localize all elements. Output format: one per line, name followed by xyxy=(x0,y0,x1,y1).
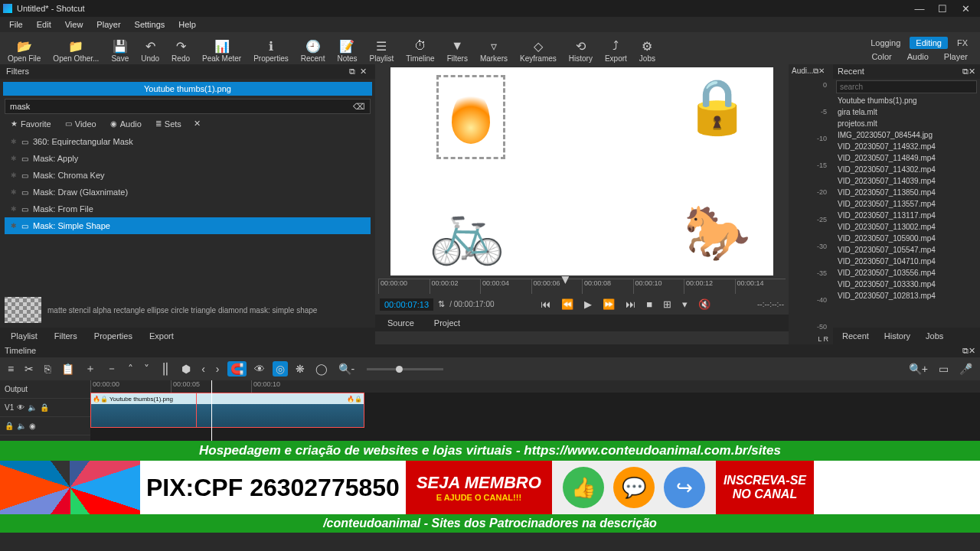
tab-properties[interactable]: Properties xyxy=(87,329,140,343)
recent-item[interactable]: VID_20230507_104710.mp4 xyxy=(833,256,980,267)
skip-start-button[interactable]: ⏮ xyxy=(537,297,554,311)
filter-cat-sets[interactable]: ≣Sets xyxy=(149,118,188,130)
menu-view[interactable]: View xyxy=(59,18,90,31)
tool-peak-meter[interactable]: 📊Peak Meter xyxy=(196,37,247,64)
filter-search-input[interactable] xyxy=(5,99,348,113)
recent-close-icon[interactable]: ✕ xyxy=(969,67,975,77)
tool-jobs[interactable]: ⚙Jobs xyxy=(633,37,662,64)
grid-button[interactable]: ⊞ xyxy=(660,297,675,311)
recent-tab-jobs[interactable]: Jobs xyxy=(918,329,951,343)
recent-item[interactable]: gira tela.mlt xyxy=(833,106,980,118)
lift-button[interactable]: ˄ xyxy=(125,361,136,377)
menu-file[interactable]: File xyxy=(3,18,29,31)
track-fx-icon[interactable]: ◉ xyxy=(29,422,36,430)
split-button[interactable]: ⎥⎢ xyxy=(157,361,174,377)
zoom-slider[interactable] xyxy=(367,368,443,370)
remove-button[interactable]: － xyxy=(103,360,120,377)
recent-item[interactable]: projetos.mlt xyxy=(833,118,980,129)
prev-marker-button[interactable]: ‹ xyxy=(198,361,208,377)
timeline-close-icon[interactable]: ✕ xyxy=(969,346,975,356)
zoom-fit-button[interactable]: ▭ xyxy=(936,361,952,377)
ripple-all-button[interactable]: ❋ xyxy=(292,361,308,377)
mode-color[interactable]: Color xyxy=(865,51,897,63)
track-mute2-icon[interactable]: 🔈 xyxy=(17,422,26,430)
menu-help[interactable]: Help xyxy=(172,18,202,31)
recent-item[interactable]: VID_20230507_103556.mp4 xyxy=(833,267,980,279)
menu-player[interactable]: Player xyxy=(90,18,126,31)
tab-playlist[interactable]: Playlist xyxy=(3,329,45,343)
play-button[interactable]: ▶ xyxy=(581,297,595,311)
menu-settings[interactable]: Settings xyxy=(129,18,172,31)
recent-item[interactable]: VID_20230507_114932.mp4 xyxy=(833,141,980,152)
next-marker-button[interactable]: › xyxy=(213,361,223,377)
recent-item[interactable]: VID_20230507_105547.mp4 xyxy=(833,244,980,256)
tool-export[interactable]: ⤴Export xyxy=(599,37,633,64)
recent-item[interactable]: IMG_20230507_084544.jpg xyxy=(833,129,980,141)
clear-search-icon[interactable]: ⌫ xyxy=(348,102,370,112)
mode-audio[interactable]: Audio xyxy=(901,51,935,63)
tool-properties[interactable]: ℹProperties xyxy=(247,37,295,64)
panel-detach-icon[interactable]: ⧉ xyxy=(347,67,358,77)
zoom-dropdown-icon[interactable]: ▾ xyxy=(679,297,691,311)
tool-history[interactable]: ⟲History xyxy=(563,37,599,64)
timeline-menu-button[interactable]: ≡ xyxy=(5,361,17,377)
timeline-playhead[interactable] xyxy=(211,380,212,441)
cut-button[interactable]: ✂ xyxy=(21,361,37,377)
mute-button[interactable]: 🔇 xyxy=(695,297,714,311)
recent-item[interactable]: VID_20230507_113117.mp4 xyxy=(833,210,980,221)
mode-logging[interactable]: Logging xyxy=(864,37,906,49)
tool-playlist[interactable]: ☰Playlist xyxy=(364,37,400,64)
recent-item[interactable]: VID_20230507_113557.mp4 xyxy=(833,198,980,210)
copy-button[interactable]: ⎘ xyxy=(41,361,54,377)
tool-timeline[interactable]: ⏱Timeline xyxy=(400,37,440,64)
record-audio-button[interactable]: 🎤 xyxy=(956,361,975,377)
recent-item[interactable]: VID_20230507_105900.mp4 xyxy=(833,233,980,244)
close-button[interactable]: ✕ xyxy=(954,3,977,15)
tab-export[interactable]: Export xyxy=(142,329,181,343)
tab-filters[interactable]: Filters xyxy=(47,329,85,343)
tool-markers[interactable]: ▿Markers xyxy=(474,37,514,64)
minimize-button[interactable]: — xyxy=(908,3,931,15)
player-tab-project[interactable]: Project xyxy=(425,316,469,330)
filter-item[interactable]: ✱▭Mask: Draw (Glaxnimate) xyxy=(5,184,371,201)
preview-canvas[interactable]: 🔒 🚲 🐎 xyxy=(390,67,773,276)
v1-track-header[interactable]: V1 👁 🔈 🔒 xyxy=(0,399,90,417)
ripple-button[interactable]: ◎ xyxy=(273,361,288,377)
filter-item[interactable]: ✱▭Mask: Apply xyxy=(5,150,371,167)
paste-button[interactable]: 📋 xyxy=(58,361,77,377)
recent-item[interactable]: VID_20230507_113850.mp4 xyxy=(833,187,980,198)
track-visible-icon[interactable]: 👁 xyxy=(17,403,24,412)
timecode-display[interactable]: 00:00:07:13 xyxy=(380,298,433,311)
player-ruler[interactable]: 00:00:0000:00:0200:00:0400:00:0600:00:08… xyxy=(378,279,786,294)
recent-item[interactable]: VID_20230507_114302.mp4 xyxy=(833,164,980,175)
skip-end-button[interactable]: ⏭ xyxy=(622,297,639,311)
zoom-in-button[interactable]: 🔍+ xyxy=(906,361,931,377)
filter-cat-video[interactable]: ▭Video xyxy=(59,118,103,130)
scrub-button[interactable]: 👁 xyxy=(251,361,268,377)
panel-close-icon[interactable]: ✕ xyxy=(358,67,369,77)
timeline-clip[interactable]: 🔥🔒Youtube thumbs(1).png xyxy=(90,393,198,428)
mode-fx[interactable]: FX xyxy=(951,37,974,49)
recent-item[interactable]: VID_20230507_103330.mp4 xyxy=(833,279,980,290)
tool-notes[interactable]: 📝Notes xyxy=(331,37,363,64)
timecode-spinner-icon[interactable]: ⇅ xyxy=(438,299,445,309)
maximize-button[interactable]: ☐ xyxy=(931,3,954,15)
timeline-detach-icon[interactable]: ⧉ xyxy=(962,346,969,356)
filter-item[interactable]: ✱▭360: Equirectangular Mask xyxy=(5,133,371,150)
filter-cat-audio[interactable]: ◉Audio xyxy=(104,118,148,130)
rewind-button[interactable]: ⏪ xyxy=(558,297,577,311)
recent-item[interactable]: VID_20230507_114849.mp4 xyxy=(833,152,980,164)
player-tab-source[interactable]: Source xyxy=(378,316,423,330)
mode-player[interactable]: Player xyxy=(938,51,974,63)
tool-filters[interactable]: ▼Filters xyxy=(441,37,474,64)
audio-detach-icon[interactable]: ⧉ xyxy=(813,67,818,76)
mode-editing[interactable]: Editing xyxy=(910,37,948,49)
track-lock2-icon[interactable]: 🔒 xyxy=(5,422,14,430)
filter-cat-favorite[interactable]: ★Favorite xyxy=(5,118,57,130)
track-lock-icon[interactable]: 🔒 xyxy=(40,403,49,412)
tool-open-other-[interactable]: 📁Open Other... xyxy=(47,37,105,64)
recent-tab-recent[interactable]: Recent xyxy=(835,329,877,343)
track-controls[interactable]: 🔒 🔈 ◉ xyxy=(0,417,90,435)
recent-item[interactable]: VID_20230507_113002.mp4 xyxy=(833,221,980,233)
timeline-clip[interactable]: 🔥🔒 xyxy=(196,393,364,428)
